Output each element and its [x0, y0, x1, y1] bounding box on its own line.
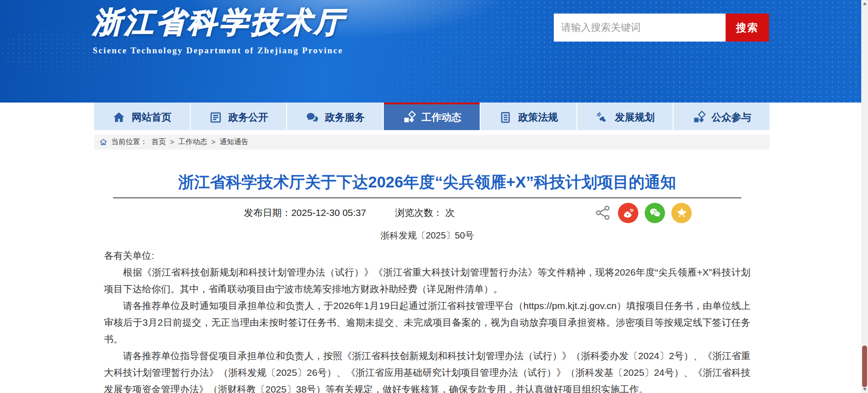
- publish-date-value: 2025-12-30 05:37: [291, 207, 366, 218]
- paragraph-salutation: 各有关单位:: [104, 247, 750, 264]
- main-nav: 网站首页 政务公开 政务服务: [94, 103, 769, 130]
- site-header: 浙江省科学技术厅 Science Technology Department o…: [0, 0, 868, 103]
- vertical-scrollbar[interactable]: [861, 0, 868, 393]
- nav-item-work-updates[interactable]: 工作动态: [384, 103, 480, 130]
- publish-date-label: 发布日期：: [244, 207, 291, 218]
- article-meta: 发布日期：2025-12-30 05:37浏览次数： 次: [104, 198, 750, 227]
- qzone-share-icon[interactable]: [671, 203, 692, 223]
- chat-bubbles-icon: [306, 111, 319, 124]
- nav-item-home[interactable]: 网站首页: [94, 103, 190, 130]
- scroll-down-arrow-icon[interactable]: [861, 386, 868, 393]
- weibo-share-icon[interactable]: [618, 203, 638, 223]
- nav-item-public-participation[interactable]: 公众参与: [674, 103, 769, 130]
- search-input[interactable]: [554, 14, 726, 42]
- breadcrumb-link-work-updates[interactable]: 工作动态: [178, 137, 207, 147]
- blocks-icon: [402, 111, 416, 124]
- meta-text: 发布日期：2025-12-30 05:37浏览次数： 次: [104, 206, 594, 219]
- scroll-up-arrow-icon[interactable]: [861, 0, 868, 7]
- views-label: 浏览次数：: [395, 207, 443, 218]
- nav-item-label: 政务公开: [228, 111, 268, 124]
- breadcrumb-prefix: 当前位置：: [111, 137, 147, 147]
- nav-item-label: 公众参与: [712, 111, 751, 124]
- site-logo-english: Science Technology Department of Zhejian…: [93, 46, 346, 56]
- article-content: 浙江省科学技术厅关于下达2026年度“尖兵领雁+X”科技计划项目的通知 发布日期…: [104, 165, 750, 393]
- site-logo-chinese: 浙江省科学技术厅: [93, 3, 346, 42]
- home-outline-icon: [99, 138, 107, 146]
- scrollbar-thumb[interactable]: [862, 346, 867, 387]
- nav-item-development-planning[interactable]: 发展规划: [577, 103, 673, 130]
- article-body: 各有关单位: 根据《浙江省科技创新规划和科技计划管理办法（试行）》《浙江省重大科…: [104, 247, 750, 393]
- wechat-share-icon[interactable]: [645, 203, 665, 223]
- page-title: 浙江省科学技术厅关于下达2026年度“尖兵领雁+X”科技计划项目的通知: [104, 172, 750, 192]
- blocks-icon: [692, 111, 706, 124]
- home-icon: [112, 111, 126, 124]
- site-logo: 浙江省科学技术厅 Science Technology Department o…: [93, 3, 346, 56]
- share-toolbar: [594, 203, 692, 223]
- paragraph: 请各推荐单位及时通知项目承担单位和负责人，于2026年1月19日起通过浙江省科技…: [104, 297, 750, 347]
- page: 浙江省科学技术厅 Science Technology Department o…: [0, 0, 868, 393]
- document-number: 浙科发规〔2025〕50号: [104, 228, 750, 243]
- share-icon[interactable]: [594, 204, 612, 221]
- breadcrumb-separator: >: [170, 138, 174, 146]
- newspaper-icon: [209, 111, 222, 124]
- nav-item-gov-services[interactable]: 政务服务: [287, 103, 383, 130]
- nav-item-label: 政策法规: [518, 111, 558, 124]
- paragraph: 请各推荐单位指导督促项目承担单位和负责人，按照《浙江省科技创新规划和科技计划管理…: [104, 347, 750, 393]
- search-button[interactable]: 搜索: [726, 14, 769, 42]
- search-box: 搜索: [554, 14, 769, 42]
- nav-item-label: 发展规划: [615, 111, 655, 124]
- handshake-icon: [595, 111, 609, 124]
- nav-item-label: 政务服务: [325, 111, 365, 124]
- nav-item-policies[interactable]: 政策法规: [481, 103, 576, 130]
- breadcrumb: 当前位置： 首页 > 工作动态 > 通知通告: [94, 135, 769, 150]
- nav-item-label: 网站首页: [132, 111, 171, 124]
- document-list-icon: [499, 111, 512, 124]
- nav-item-gov-disclosure[interactable]: 政务公开: [191, 103, 287, 130]
- breadcrumb-link-notices[interactable]: 通知通告: [220, 137, 249, 147]
- views-value: 次: [445, 207, 455, 218]
- breadcrumb-separator: >: [211, 138, 215, 146]
- nav-item-label: 工作动态: [422, 111, 462, 124]
- breadcrumb-link-home[interactable]: 首页: [151, 137, 166, 147]
- paragraph: 根据《浙江省科技创新规划和科技计划管理办法（试行）》《浙江省重大科技计划管理暂行…: [104, 264, 750, 297]
